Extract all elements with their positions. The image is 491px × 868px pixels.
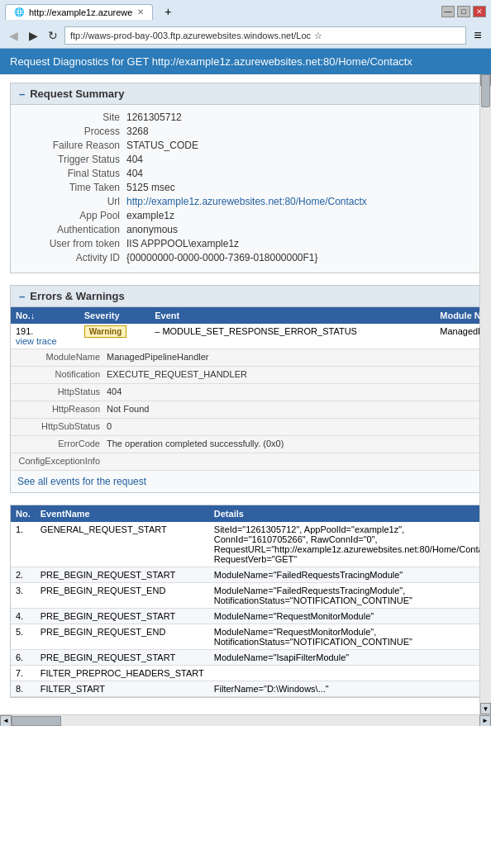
detail-value: ManagedPipelineHandler xyxy=(107,352,491,362)
errors-warnings-table: No.↓ Severity Event Module Name 191.view… xyxy=(11,307,491,471)
event-no: 6. xyxy=(11,650,36,666)
view-trace-link[interactable]: view trace xyxy=(16,336,57,346)
ew-no: 191.view trace xyxy=(11,324,79,349)
scrollbar-track xyxy=(12,715,479,727)
detail-value: 404 xyxy=(107,387,491,396)
events-row: 3. PRE_BEGIN_REQUEST_END ModuleName="Fai… xyxy=(11,583,491,609)
errors-warnings-section: – Errors & Warnings No.↓ Severity Event … xyxy=(10,285,491,493)
events-row: 4. PRE_BEGIN_REQUEST_START ModuleName="R… xyxy=(11,609,491,624)
browser-tab[interactable]: 🌐 http://example1z.azurewe ✕ xyxy=(5,4,153,20)
summary-label: Activity ID xyxy=(19,252,126,263)
close-button[interactable]: ✕ xyxy=(473,6,486,17)
collapse-icon[interactable]: – xyxy=(19,88,25,100)
address-bar[interactable]: ftp://waws-prod-bay-003.ftp.azurewebsite… xyxy=(64,26,466,45)
ew-collapse-icon[interactable]: – xyxy=(19,290,25,302)
tab-title: http://example1z.azurewe xyxy=(29,7,132,17)
events-row: 7. FILTER_PREPROC_HEADERS_START 21:05:24… xyxy=(11,666,491,681)
refresh-button[interactable]: ↻ xyxy=(45,27,61,44)
ew-header-row: No.↓ Severity Event Module Name xyxy=(11,307,491,324)
event-details xyxy=(209,666,491,681)
ew-detail-cell: ConfigExceptionInfo xyxy=(11,453,491,471)
summary-value: 3268 xyxy=(126,126,149,137)
forward-button[interactable]: ▶ xyxy=(25,27,41,44)
browser-chrome: 🌐 http://example1z.azurewe ✕ + — □ ✕ ◀ ▶… xyxy=(0,0,491,49)
ew-detail-row: HttpReasonNot Found xyxy=(11,401,491,419)
main-content: – Request Summary Site1261305712Process3… xyxy=(0,74,491,714)
maximize-button[interactable]: □ xyxy=(457,6,470,17)
minimize-button[interactable]: — xyxy=(441,6,455,17)
tab-close-btn[interactable]: ✕ xyxy=(137,7,144,17)
ew-col-severity: Severity xyxy=(79,307,150,324)
event-details: ModuleName="FailedRequestsTracingModule" xyxy=(209,567,491,583)
summary-row: User from tokenIIS APPPOOL\example1z xyxy=(19,238,491,249)
event-name: PRE_BEGIN_REQUEST_END xyxy=(36,583,209,609)
event-details: ModuleName="IsapiFilterModule" xyxy=(209,650,491,666)
event-details: ModuleName="RequestMonitorModule" xyxy=(209,609,491,624)
summary-row: Final Status404 xyxy=(19,168,491,179)
summary-value: 404 xyxy=(126,168,143,179)
detail-label: HttpSubStatus xyxy=(16,421,107,431)
scroll-down-arrow[interactable]: ▼ xyxy=(480,703,491,714)
address-text: ftp://waws-prod-bay-003.ftp.azurewebsite… xyxy=(70,31,311,40)
event-no: 5. xyxy=(11,624,36,650)
summary-value: STATUS_CODE xyxy=(126,140,198,151)
summary-value[interactable]: http://example1z.azurewebsites.net:80/Ho… xyxy=(126,196,367,207)
ew-detail-cell: ModuleNameManagedPipelineHandler xyxy=(11,349,491,367)
summary-label: Authentication xyxy=(19,224,126,235)
ew-detail-cell: NotificationEXECUTE_REQUEST_HANDLER xyxy=(11,367,491,384)
event-name: FILTER_PREPROC_HEADERS_START xyxy=(36,666,209,681)
ew-severity: Warning xyxy=(79,324,150,349)
events-row: 6. PRE_BEGIN_REQUEST_START ModuleName="I… xyxy=(11,650,491,666)
events-row: 5. PRE_BEGIN_REQUEST_END ModuleName="Req… xyxy=(11,624,491,650)
summary-label: Time Taken xyxy=(19,182,126,193)
title-bar: 🌐 http://example1z.azurewe ✕ + — □ ✕ xyxy=(0,0,491,23)
browser-menu-button[interactable]: ≡ xyxy=(470,27,486,44)
scrollbar-thumb[interactable] xyxy=(481,74,490,107)
h-scrollbar-thumb[interactable] xyxy=(12,716,61,726)
ew-main-row: 191.view trace Warning – MODULE_SET_RESP… xyxy=(11,324,491,349)
scroll-left-arrow[interactable]: ◄ xyxy=(0,715,12,727)
event-name: FILTER_START xyxy=(36,681,209,697)
request-summary-header[interactable]: – Request Summary xyxy=(11,83,491,105)
request-summary-title: Request Summary xyxy=(30,88,124,100)
event-no: 1. xyxy=(11,522,36,567)
errors-warnings-header[interactable]: – Errors & Warnings xyxy=(11,286,491,307)
new-tab-button[interactable]: + xyxy=(160,3,176,20)
ew-detail-row: ConfigExceptionInfo xyxy=(11,453,491,471)
summary-label: Final Status xyxy=(19,168,126,179)
summary-value: 5125 msec xyxy=(126,182,175,193)
ew-detail-row: ModuleNameManagedPipelineHandler xyxy=(11,349,491,367)
summary-row: Site1261305712 xyxy=(19,111,491,123)
summary-value: 1261305712 xyxy=(126,111,182,123)
event-no: 4. xyxy=(11,609,36,624)
ew-detail-row: ErrorCodeThe operation completed success… xyxy=(11,436,491,453)
content-area: ▲ ▼ – Request Summary Site1261305712Proc… xyxy=(0,74,491,714)
tab-favicon: 🌐 xyxy=(14,7,24,17)
events-col-no: No. xyxy=(11,505,36,522)
events-row: 1. GENERAL_REQUEST_START SiteId="1261305… xyxy=(11,522,491,567)
summary-row: Failure ReasonSTATUS_CODE xyxy=(19,140,491,151)
detail-label: HttpStatus xyxy=(16,387,107,396)
vertical-scrollbar[interactable]: ▲ ▼ xyxy=(479,74,491,714)
event-details: SiteId="1261305712", AppPoolId="example1… xyxy=(209,522,491,567)
event-name: PRE_BEGIN_REQUEST_START xyxy=(36,650,209,666)
see-all-events-link[interactable]: See all events for the request xyxy=(11,471,491,492)
ew-detail-cell: ErrorCodeThe operation completed success… xyxy=(11,436,491,453)
summary-link[interactable]: http://example1z.azurewebsites.net:80/Ho… xyxy=(126,196,367,207)
event-name: PRE_BEGIN_REQUEST_END xyxy=(36,624,209,650)
event-details: FilterName="D:\Windows\..." xyxy=(209,681,491,697)
ew-detail-row: HttpSubStatus0 xyxy=(11,419,491,436)
window-controls: — □ ✕ xyxy=(441,6,486,17)
horizontal-scrollbar[interactable]: ◄ ► xyxy=(0,714,491,726)
request-summary-table: Site1261305712Process3268Failure ReasonS… xyxy=(11,105,491,273)
event-name: PRE_BEGIN_REQUEST_START xyxy=(36,567,209,583)
bookmark-icon[interactable]: ☆ xyxy=(314,31,322,41)
summary-value: example1z xyxy=(126,210,174,221)
detail-label: ConfigExceptionInfo xyxy=(16,456,107,466)
summary-label: Trigger Status xyxy=(19,154,126,165)
scroll-right-arrow[interactable]: ► xyxy=(479,715,491,727)
summary-label: Url xyxy=(19,196,126,207)
back-button[interactable]: ◀ xyxy=(5,27,21,44)
detail-label: ModuleName xyxy=(16,352,107,362)
ew-col-no: No.↓ xyxy=(11,307,79,324)
